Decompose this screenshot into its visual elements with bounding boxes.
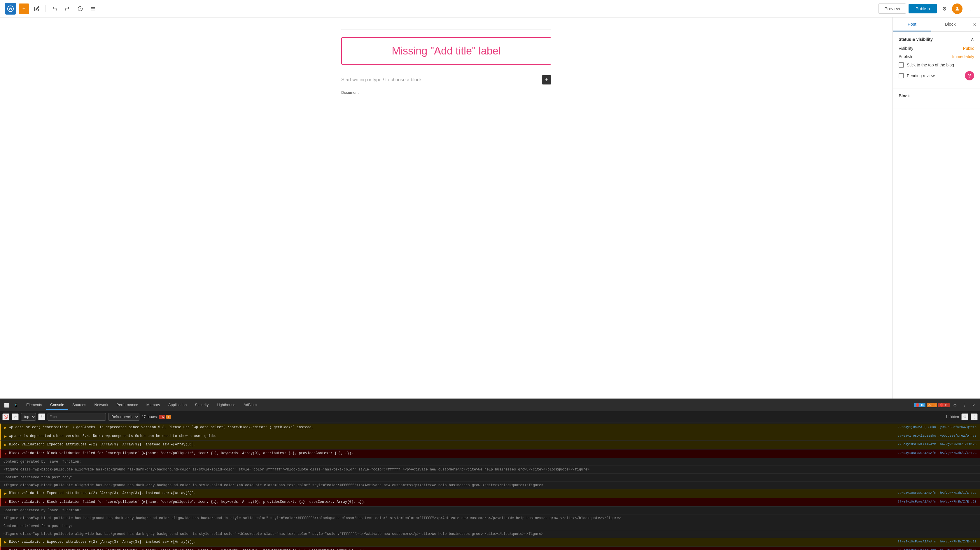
visibility-label: Visibility — [899, 46, 913, 51]
add-block-button[interactable]: + — [19, 3, 29, 14]
devtools-tab-memory[interactable]: Memory — [142, 400, 164, 410]
console-line-icon: ▶ — [5, 442, 7, 448]
console-line: ▶Block validation: Expected attributes ▶… — [0, 538, 980, 547]
panel-close-button[interactable]: × — [969, 19, 980, 30]
insert-block-button[interactable]: + — [542, 75, 551, 84]
console-line-icon: ● — [5, 499, 7, 506]
more-options-button[interactable]: ⋮ — [965, 3, 975, 14]
title-block[interactable]: Missing "Add title" label — [341, 37, 551, 65]
console-line-source[interactable]: ??~eJy10sFuwzAIANAfm..hA/vgw/7N3h/I/E=:2… — [897, 539, 977, 544]
publish-button[interactable]: Publish — [908, 4, 937, 13]
devtools-icons: ⬜ 📱 — [2, 401, 20, 409]
devtools-console-content[interactable]: ▶wp.data.select( 'core/editor' ).getBloc… — [0, 422, 980, 550]
devtools-console-toolbar: 🚫 ⊘ top 👁 Default levels 17 Issues: 16 1… — [0, 411, 980, 422]
devtools-device-button[interactable]: 📱 — [12, 401, 20, 409]
section-title: Status & visibility — [899, 37, 933, 42]
devtools-tab-network[interactable]: Network — [91, 400, 113, 410]
list-view-button[interactable] — [88, 3, 98, 14]
console-line-content: Content generated by `save` function: — [3, 459, 977, 464]
preview-button[interactable]: Preview — [878, 3, 906, 14]
content-placeholder-text: Start writing or type / to choose a bloc… — [341, 77, 422, 82]
settings-button[interactable]: ⚙ — [939, 3, 950, 14]
devtools-inspect-button[interactable]: ⬜ — [2, 401, 11, 409]
console-line: ▶Block validation: Expected attributes ▶… — [0, 441, 980, 450]
section-collapse-button[interactable]: ∧ — [970, 36, 974, 42]
edit-mode-button[interactable] — [32, 3, 42, 14]
devtools-settings-icon[interactable]: ⚙ — [961, 414, 968, 420]
block-section: Block — [893, 89, 980, 108]
publish-row: Publish Immediately — [899, 54, 974, 59]
console-line-source[interactable]: ??~eJy10sFuwzAIANAfm..hA/vgw/7N3h/I/E=:2… — [897, 548, 977, 550]
console-line-content: Block validation: Block validation faile… — [9, 499, 896, 504]
console-line-content: Block validation: Expected attributes ▶(… — [9, 491, 896, 496]
tab-block[interactable]: Block — [931, 17, 970, 32]
console-line: ●Block validation: Block validation fail… — [0, 547, 980, 550]
console-filter-input[interactable] — [48, 413, 106, 421]
devtools-tabs-right: 🔴 10 ⚠ 13 🔴 16 ⚙ ⋮ × — [914, 401, 978, 409]
devtools-tab-elements[interactable]: Elements — [22, 400, 46, 410]
info-button[interactable] — [75, 3, 86, 14]
devtools-tab-security[interactable]: Security — [191, 400, 213, 410]
undo-button[interactable] — [49, 3, 60, 14]
warning-count-badge: ⚠ 13 — [927, 403, 937, 407]
console-line-content: Block validation: Block validation faile… — [9, 451, 896, 456]
block-section-header: Block — [899, 94, 974, 99]
console-line-source[interactable]: ??~eJy10sFuwzAIANAfm..hA/vgw/7N3h/I/E=:2… — [897, 442, 977, 447]
toolbar: W + Preview Publish ⚙ ⋮ — [0, 0, 980, 17]
redo-button[interactable] — [62, 3, 73, 14]
console-line: <figure class="wp-block-pullquote has-ba… — [0, 514, 980, 522]
console-line-content: wp.data.select( 'core/editor' ).getBlock… — [9, 425, 896, 430]
editor-area: Missing "Add title" label Start writing … — [0, 17, 892, 398]
console-line-content: wp.nux is deprecated since version 5.4. … — [9, 433, 896, 439]
devtools-tab-performance[interactable]: Performance — [112, 400, 142, 410]
console-context-select[interactable]: top — [21, 413, 36, 421]
pending-checkbox[interactable] — [899, 73, 904, 78]
console-clear-button[interactable]: 🚫 — [2, 414, 10, 420]
svg-point-8 — [956, 7, 958, 9]
publish-value[interactable]: Immediately — [952, 54, 974, 59]
console-line-content: <figure class="wp-block-pullquote alignw… — [3, 531, 977, 537]
devtools-tab-application[interactable]: Application — [164, 400, 191, 410]
console-eye-button[interactable]: 👁 — [38, 414, 45, 420]
info-count-badge: 🔴 10 — [914, 403, 926, 407]
console-line-content: Block validation: Block validation faile… — [9, 548, 896, 550]
user-avatar-button[interactable] — [952, 3, 963, 14]
visibility-value[interactable]: Public — [963, 46, 974, 51]
console-line-source[interactable]: ??~eJy1j0sOAiEQBS8k0..y9oJo0S5fDr6w/Q==:… — [897, 433, 977, 438]
error-count-badge: 🔴 16 — [938, 403, 950, 407]
devtools-tab-sources[interactable]: Sources — [68, 400, 91, 410]
devtools-tab-lighthouse[interactable]: Lighthouse — [213, 400, 239, 410]
console-line-source[interactable]: ??~eJy10sFuwzAIANAfm..hA/vgw/7N3h/I/E=:2… — [897, 499, 977, 504]
console-line-content: <figure class="wp-block-pullquote alignw… — [3, 467, 977, 472]
console-line-content: Content retrieved from post body: — [3, 523, 977, 529]
console-line-content: Block validation: Expected attributes ▶(… — [9, 539, 896, 544]
console-line-content: Block validation: Expected attributes ▶(… — [9, 442, 896, 447]
content-block[interactable]: Start writing or type / to choose a bloc… — [341, 72, 551, 88]
issues-label: 17 Issues: 16 1 — [142, 415, 171, 419]
console-line: <figure class="wp-block-pullquote alignw… — [0, 466, 980, 474]
devtools-close-button[interactable]: × — [969, 401, 978, 409]
devtools-tab-console[interactable]: Console — [46, 400, 68, 410]
console-line-icon: ● — [5, 548, 7, 550]
console-line: Content retrieved from post body: — [0, 474, 980, 482]
block-section-title: Block — [899, 94, 910, 98]
stick-checkbox[interactable] — [899, 62, 904, 68]
panel-tabs: Post Block × — [893, 17, 980, 32]
svg-text:W: W — [9, 7, 12, 11]
console-line-source[interactable]: ??~eJy10sFuwzAIANAfm..hA/vgw/7N3h/I/E=:2… — [897, 491, 977, 496]
console-line-source[interactable]: ??~eJy10sFuwzAIANAfm..hA/vgw/7N3h/I/E=:2… — [897, 451, 977, 456]
wp-logo: W — [5, 3, 16, 14]
stick-checkbox-row: Stick to the top of the blog — [899, 62, 974, 68]
editor-top-border — [341, 29, 551, 32]
console-levels-select[interactable]: Default levels — [108, 413, 139, 421]
console-line-icon: ▶ — [5, 434, 7, 440]
issues-warning-badge: 1 — [166, 415, 171, 419]
console-filter-button[interactable]: ⊘ — [12, 414, 19, 420]
devtools-dock-button[interactable]: ⋮ — [970, 414, 978, 420]
help-button[interactable]: ? — [965, 71, 974, 81]
console-line-source[interactable]: ??~eJy1j0sOAiEQBS8k0..y9oJo0S5fDr6w/Q==:… — [897, 425, 977, 430]
tab-post[interactable]: Post — [893, 17, 931, 32]
devtools-tab-adblock[interactable]: AdBlock — [239, 400, 262, 410]
devtools-settings-button[interactable]: ⚙ — [951, 401, 959, 409]
devtools-more-button[interactable]: ⋮ — [960, 401, 968, 409]
